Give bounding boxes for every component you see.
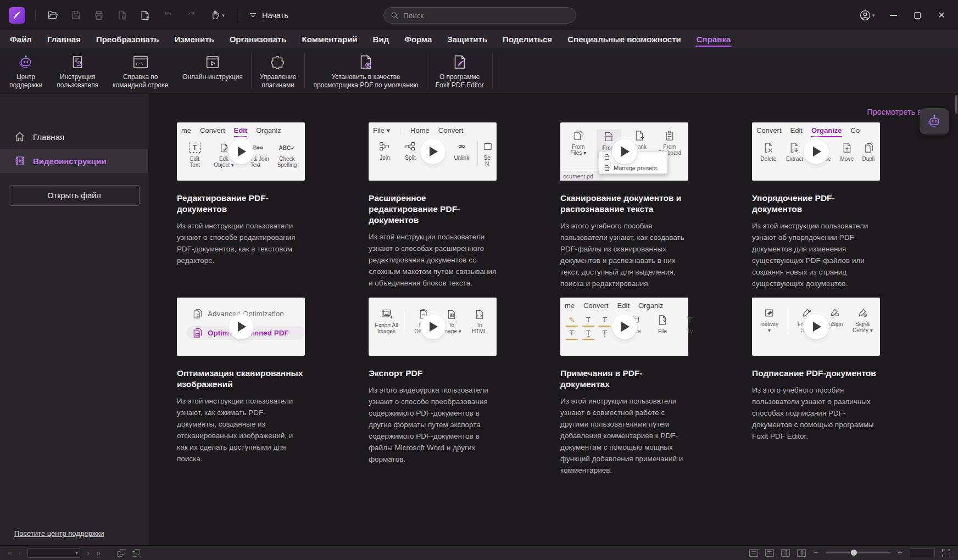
tutorial-card-export-pdf[interactable]: Export All Images To M Office ▾ To Image… bbox=[369, 298, 497, 473]
set-default-viewer-button[interactable]: Установить в качествепросмотрщика PDF по… bbox=[306, 48, 425, 93]
close-icon: ✕ bbox=[938, 10, 945, 20]
tutorial-card-organize[interactable]: Convert Edit Organize Co Delete Extract … bbox=[752, 122, 880, 298]
video-thumbnail[interactable]: nsitivity ▾ Fill and Sign cuSign Sign& C… bbox=[752, 298, 880, 356]
book-view-button[interactable] bbox=[797, 549, 806, 557]
play-button[interactable] bbox=[420, 314, 445, 339]
ribbon-item-label: Инструкцияпользователя bbox=[57, 73, 98, 89]
video-thumbnail[interactable]: me Convert Edit Organiz ✎ T T Ŧ Ṯ bbox=[560, 298, 688, 356]
fullscreen-icon[interactable] bbox=[942, 549, 950, 557]
support-center-button[interactable]: Центрподдержки bbox=[2, 48, 49, 93]
view-in-link[interactable]: Просмотреть в bbox=[867, 108, 922, 116]
command-line-help-button[interactable]: C:\ Справка покомандной строке bbox=[105, 48, 175, 93]
last-page-button[interactable]: » bbox=[96, 549, 101, 557]
ai-robot-icon bbox=[926, 113, 943, 130]
tutorial-card-advanced-edit[interactable]: File ▾ Home Convert Join Split ⚯Link ⚮Un… bbox=[369, 122, 497, 298]
video-thumbnail[interactable]: File ▾ Home Convert Join Split ⚯Link ⚮Un… bbox=[369, 122, 497, 181]
tab-convert[interactable]: Преобразовать bbox=[88, 30, 167, 48]
default-viewer-icon bbox=[358, 53, 374, 71]
video-thumbnail[interactable]: Advanced Optimization Optimize Scanned P… bbox=[177, 298, 305, 356]
play-button[interactable] bbox=[420, 139, 445, 164]
to-html-icon bbox=[475, 307, 484, 321]
tutorial-card-edit-pdf[interactable]: me Convert Edit Organiz TEdit Text Edit … bbox=[177, 122, 305, 298]
tab-view[interactable]: Вид bbox=[365, 30, 397, 48]
card-description: Из этой инструкции пользователи узнают о… bbox=[752, 220, 880, 289]
page-number-combobox[interactable]: ▾ bbox=[27, 548, 80, 558]
single-page-view-button[interactable] bbox=[749, 549, 758, 557]
next-view-button[interactable] bbox=[132, 549, 140, 557]
undo-icon[interactable] bbox=[159, 6, 177, 25]
video-thumbnail[interactable]: Export All Images To M Office ▾ To Image… bbox=[369, 298, 497, 356]
play-button[interactable] bbox=[612, 314, 637, 339]
open-file-icon[interactable] bbox=[43, 6, 62, 25]
card-description: Из этого учебного пособия пользователи у… bbox=[752, 384, 880, 442]
zoom-percent-box[interactable] bbox=[910, 548, 935, 557]
first-page-button[interactable]: « bbox=[8, 549, 12, 557]
sidebar-item-home[interactable]: Главная bbox=[0, 125, 148, 149]
close-button[interactable]: ✕ bbox=[929, 4, 954, 26]
chevron-down-icon: ▾ bbox=[75, 551, 77, 556]
sidebar-item-video-tutorials[interactable]: Видеоинструкции bbox=[0, 149, 148, 173]
search-box[interactable] bbox=[383, 7, 576, 24]
search-icon bbox=[391, 12, 399, 20]
tab-help[interactable]: Справка bbox=[689, 30, 738, 48]
tutorial-card-optimize-scanned[interactable]: Advanced Optimization Optimize Scanned P… bbox=[177, 298, 305, 473]
minimize-button[interactable] bbox=[881, 4, 905, 26]
zoom-in-button[interactable]: + bbox=[898, 548, 903, 557]
previous-view-button[interactable] bbox=[117, 549, 125, 557]
thumb-tab-strip: me Convert Edit Organiz bbox=[177, 122, 305, 137]
account-button[interactable]: ▾ bbox=[853, 4, 881, 26]
tab-share[interactable]: Поделиться bbox=[495, 30, 560, 48]
zoom-slider[interactable] bbox=[826, 552, 890, 553]
about-foxit-button[interactable]: О программеFoxit PDF Editor bbox=[428, 48, 491, 93]
play-button[interactable] bbox=[804, 139, 829, 164]
tab-edit[interactable]: Изменить bbox=[167, 30, 222, 48]
redo-icon[interactable] bbox=[182, 6, 200, 25]
create-pdf-icon[interactable] bbox=[136, 6, 154, 25]
tab-home[interactable]: Главная bbox=[40, 30, 88, 48]
page-properties-icon[interactable] bbox=[113, 6, 131, 25]
play-button[interactable] bbox=[612, 139, 637, 164]
maximize-button[interactable] bbox=[905, 4, 929, 26]
card-description: Из этого видеоурока пользователи узнают … bbox=[369, 384, 497, 465]
ribbon-group-divider bbox=[427, 53, 427, 88]
next-page-button[interactable]: › bbox=[87, 549, 90, 557]
save-icon[interactable] bbox=[66, 6, 85, 25]
tutorial-card-sign-pdf[interactable]: nsitivity ▾ Fill and Sign cuSign Sign& C… bbox=[752, 298, 880, 473]
zoom-out-button[interactable]: − bbox=[813, 548, 818, 557]
open-file-button[interactable]: Открыть файл bbox=[9, 185, 140, 206]
video-thumbnail[interactable]: From Files ▾ From Scanner Blank From Cli… bbox=[560, 122, 688, 181]
tab-form[interactable]: Форма bbox=[397, 30, 439, 48]
play-button[interactable] bbox=[229, 139, 254, 164]
play-button[interactable] bbox=[804, 314, 829, 339]
search-input[interactable] bbox=[403, 12, 557, 20]
facing-view-button[interactable] bbox=[781, 549, 790, 557]
tab-protect[interactable]: Защитить bbox=[439, 30, 495, 48]
typewriter-icon bbox=[687, 313, 693, 327]
thumb-tab: Edit bbox=[790, 126, 803, 137]
tab-comment[interactable]: Комментарий bbox=[294, 30, 365, 48]
tab-organize[interactable]: Организовать bbox=[222, 30, 294, 48]
tab-accessibility[interactable]: Специальные возможности bbox=[560, 30, 689, 48]
print-icon[interactable] bbox=[90, 6, 108, 25]
blank-page-icon bbox=[634, 129, 644, 142]
online-tutorial-button[interactable]: Онлайн-инструкция bbox=[175, 48, 250, 93]
feather-icon bbox=[12, 10, 22, 20]
user-manual-button[interactable]: Инструкцияпользователя bbox=[49, 48, 105, 93]
vertical-scrollbar[interactable] bbox=[955, 95, 957, 114]
tab-file[interactable]: Файл bbox=[2, 30, 40, 48]
previous-page-button[interactable]: ‹ bbox=[19, 549, 21, 557]
ai-assistant-button[interactable] bbox=[920, 108, 949, 135]
foxit-logo-icon[interactable] bbox=[9, 7, 25, 24]
manage-plugins-button[interactable]: Управлениеплагинами bbox=[253, 48, 304, 93]
hand-tool-button[interactable]: ▾ bbox=[205, 6, 230, 25]
support-center-link[interactable]: Посетите центр поддержки bbox=[14, 529, 104, 537]
play-button[interactable] bbox=[229, 314, 254, 339]
zoom-slider-thumb[interactable] bbox=[851, 550, 857, 556]
video-thumbnail[interactable]: Convert Edit Organize Co Delete Extract … bbox=[752, 122, 880, 181]
start-menu-button[interactable]: Начать bbox=[248, 10, 288, 20]
continuous-view-button[interactable] bbox=[765, 549, 774, 557]
tutorial-card-comments[interactable]: me Convert Edit Organiz ✎ T T Ŧ Ṯ bbox=[560, 298, 688, 473]
tutorial-card-scan-ocr[interactable]: From Files ▾ From Scanner Blank From Cli… bbox=[560, 122, 688, 298]
video-thumbnail[interactable]: me Convert Edit Organiz TEdit Text Edit … bbox=[177, 122, 305, 181]
thumb-tab: Convert bbox=[438, 126, 464, 136]
